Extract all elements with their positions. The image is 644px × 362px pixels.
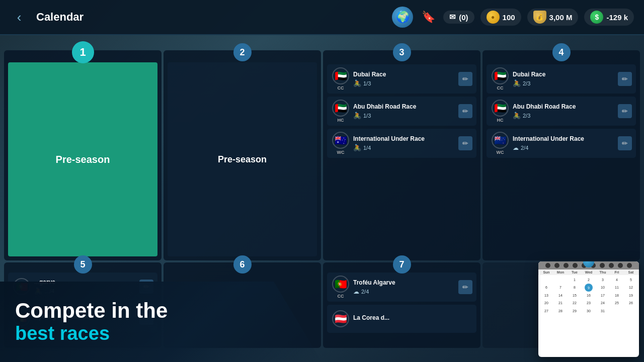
week-number-2: 2 [233, 43, 252, 61]
flag-uae-3: 🇦🇪 [492, 67, 509, 84]
race-info-lacorea: La Corea d... [353, 314, 472, 323]
cal-day-27: 27 [539, 307, 553, 315]
week-col-4: 4 🇦🇪 CC Dubai Race 🚴 2/3 ✏ [482, 50, 640, 260]
race-meta-4: 🚴 2/3 [513, 79, 615, 87]
cal-day-empty [610, 307, 624, 315]
race-name-6: International Under Race [513, 135, 615, 142]
bike-icon-3: 🚴 [353, 144, 361, 151]
cal-day-21: 21 [553, 299, 568, 307]
promo-overlay: Compete in the best races [0, 282, 322, 362]
flag-container-aus: 🇦🇺 WC [331, 132, 350, 155]
cal-day-1: 1 [568, 276, 582, 284]
cal-day-9: 9 [585, 284, 593, 292]
edit-button-dubai-3[interactable]: ✏ [458, 72, 472, 86]
race-progress-5: 2/3 [523, 113, 530, 119]
top-icons: 🌍 🔖 ✉ (0) ● 100 💰 3,00 M $ -129 k [392, 7, 634, 28]
race-info-4: Dubai Race 🚴 2/3 [513, 71, 615, 87]
calendar-widget: Sun Mon Tue Wed Thu Fri Sat 123456789101… [538, 261, 639, 357]
flag-uae-2: 🇦🇪 [332, 100, 349, 117]
race-name-2: Abu Dhabi Road Race [353, 103, 455, 110]
preseason-1: Pre-season [8, 62, 157, 256]
cal-days-grid: 1234567891011121314151617181920212223242… [538, 275, 639, 316]
cal-day-16: 16 [582, 292, 596, 299]
promo-line1: Compete in the [15, 299, 307, 322]
race-cat-4: CC [497, 85, 504, 90]
cal-day-12: 12 [624, 284, 638, 292]
cal-day-2: 2 [582, 276, 596, 284]
week-number-7: 7 [393, 255, 411, 274]
edit-button-trofeu[interactable]: ✏ [458, 280, 472, 294]
race-name-trofeu: Troféu Algarve [353, 279, 455, 286]
flag-por-7: 🇵🇹 [332, 276, 349, 293]
race-meta-2: 🚴 1/3 [353, 112, 455, 119]
week-col-2: 2 Pre-season [164, 50, 321, 260]
cal-day-8: 8 [568, 284, 582, 292]
cal-day-13: 13 [539, 292, 553, 299]
flag-aus-1: 🇦🇺 [332, 132, 349, 149]
week-number-5: 5 [74, 255, 92, 274]
race-card-intl-3: 🇦🇺 WC International Under Race 🚴 1/4 ✏ [327, 129, 476, 158]
race-progress-3: 1/4 [363, 145, 371, 151]
edit-button-abudhabi-4[interactable]: ✏ [618, 104, 632, 118]
race-cat-6: WC [497, 150, 504, 155]
money-value: 3,00 M [549, 13, 573, 22]
cal-day-6: 6 [539, 284, 553, 292]
cal-day-11: 11 [610, 284, 624, 292]
flag-aut-7: 🇦🇹 [332, 310, 349, 327]
flag-uae-4: 🇦🇪 [492, 100, 509, 117]
cal-day-30: 30 [582, 307, 596, 315]
cal-day-10: 10 [596, 284, 610, 292]
cal-day-26: 26 [624, 299, 638, 307]
envelope-badge-group: ✉ (0) [443, 11, 474, 24]
balance-value: -129 k [606, 13, 628, 22]
race-info-6: International Under Race ☁ 2/4 [513, 135, 615, 151]
bike-icon-4: 🚴 [513, 79, 521, 87]
edit-button-abudhabi-3[interactable]: ✏ [458, 104, 472, 118]
bookmark-icon[interactable]: 🔖 [419, 8, 437, 26]
edit-button-intl-3[interactable]: ✏ [458, 136, 472, 150]
cal-day-28: 28 [553, 307, 568, 315]
race-meta-5: 🚴 2/3 [513, 112, 615, 119]
week-number-4: 4 [552, 43, 571, 61]
bike-icon-1: 🚴 [353, 79, 361, 87]
race-progress-4: 2/3 [523, 80, 530, 86]
weather-icon-trofeu: ☁ [353, 288, 359, 295]
money-group: 💰 3,00 M [527, 9, 579, 26]
coin-icon: ● [487, 11, 500, 24]
race-progress-trofeu: 2/4 [361, 289, 369, 295]
race-card-trofeu-7: 🇵🇹 CC Troféu Algarve ☁ 2/4 ✏ [327, 273, 476, 302]
cal-day-empty [539, 276, 553, 284]
back-button[interactable]: ‹ [10, 8, 28, 26]
coins-group: ● 100 [480, 9, 521, 26]
bike-icon-2: 🚴 [353, 112, 361, 119]
race-name-4: Dubai Race [513, 71, 615, 78]
cal-day-25: 25 [610, 299, 624, 307]
cal-day-empty [624, 307, 638, 315]
edit-button-intl-4[interactable]: ✏ [618, 136, 632, 150]
race-name-3: International Under Race [353, 135, 455, 142]
race-meta-6: ☁ 2/4 [513, 144, 615, 151]
race-info-2: Abu Dhabi Road Race 🚴 1/3 [353, 103, 455, 119]
cal-day-31: 31 [596, 307, 610, 315]
race-name-lacorea: La Corea d... [353, 314, 472, 321]
race-card-abudhabi-3: 🇦🇪 HC Abu Dhabi Road Race 🚴 1/3 ✏ [327, 97, 476, 126]
race-cat-trofeu: CC [338, 294, 344, 299]
flag-container-uae-3: 🇦🇪 CC [491, 67, 510, 90]
flag-uae-1: 🇦🇪 [332, 67, 349, 84]
race-progress-2: 1/3 [363, 113, 371, 119]
race-info-3: International Under Race 🚴 1/4 [353, 135, 455, 151]
weather-icon-1: ☁ [513, 144, 519, 151]
top-bar: ‹ Calendar 🌍 🔖 ✉ (0) ● 100 💰 3,00 M $ -1… [0, 0, 644, 35]
race-progress-1: 1/3 [363, 80, 371, 86]
cal-day-4: 4 [610, 276, 624, 284]
cal-day-7: 7 [553, 284, 568, 292]
race-cat-3: WC [337, 150, 345, 155]
globe-icon[interactable]: 🌍 [392, 7, 413, 28]
money-bag-icon: 💰 [533, 11, 546, 24]
edit-button-dubai-4[interactable]: ✏ [618, 72, 632, 86]
race-info-5: Abu Dhabi Road Race 🚴 2/3 [513, 103, 615, 119]
cal-day-19: 19 [624, 292, 638, 299]
coins-value: 100 [503, 13, 515, 22]
bike-icon-5: 🚴 [513, 112, 521, 119]
envelope-count: (0) [459, 13, 468, 22]
